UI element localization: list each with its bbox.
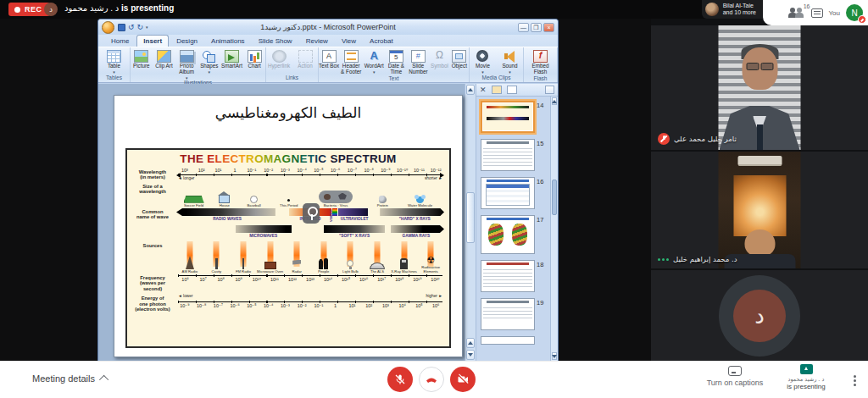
energy-tick: 10⁻⁹ [176, 303, 193, 308]
slides-tab-icon[interactable] [492, 86, 502, 94]
thumbnail-image[interactable] [481, 336, 535, 345]
thumbnail-slide-18[interactable]: 18 [481, 260, 548, 292]
chart-button[interactable]: Chart [243, 49, 265, 69]
size-water: Water Molecule [401, 196, 438, 208]
redo-icon[interactable]: ↻ [137, 24, 144, 31]
video-tile-2[interactable]: د. محمد إبراهيم خليل [651, 152, 868, 268]
movie-button[interactable]: Movie▾ [470, 49, 496, 74]
thumbnail-slide-17[interactable]: 17 [481, 215, 548, 254]
clip-art-button[interactable]: Clip Art [153, 49, 175, 69]
wavelength-tick: 10⁻⁴ [293, 168, 310, 173]
thumbnail-slide-20-partial[interactable] [481, 336, 548, 345]
tab-design[interactable]: Design [170, 36, 203, 47]
links-group-label[interactable]: Links [266, 75, 318, 82]
size-house: House [211, 195, 238, 208]
ribbon-group-illustrations: Picture Clip Art Photo Album▾ Shapes▾ Sm… [131, 47, 266, 82]
video-tile-1[interactable]: ثامر خليل محمد علي [651, 25, 868, 150]
tab-review[interactable]: Review [300, 36, 334, 47]
gamma-band [391, 225, 444, 233]
thumbnail-slide-14[interactable]: 14 [481, 101, 548, 133]
tab-acrobat[interactable]: Acrobat [364, 36, 399, 47]
participants-icon[interactable]: 16 [788, 7, 805, 19]
table-button[interactable]: Table▾ [100, 49, 128, 74]
qat-dropdown-icon[interactable]: ▾ [146, 25, 148, 29]
mute-mic-button[interactable] [387, 367, 413, 392]
hard-xray-label: "HARD" X RAYS [385, 217, 444, 221]
thumbnail-image[interactable] [481, 260, 535, 292]
thumbnail-image[interactable] [481, 215, 535, 254]
tab-insert[interactable]: Insert [136, 35, 169, 47]
camera-off-button[interactable] [450, 367, 476, 392]
media-clips-group-label[interactable]: Media Clips [470, 75, 523, 82]
presenting-status-chip[interactable]: د . رشيد محمود is presenting [776, 364, 837, 390]
thumbnail-slide-19[interactable]: 19 [481, 298, 548, 330]
tab-home[interactable]: Home [105, 36, 135, 47]
ultraviolet-band [338, 208, 368, 216]
embed-flash-button[interactable]: Embed Flash [526, 49, 554, 75]
participant-photo-avatar [705, 3, 719, 16]
save-icon[interactable] [118, 24, 125, 31]
flash-group-label[interactable]: Flash [524, 75, 557, 82]
tab-slide-show[interactable]: Slide Show [253, 36, 298, 47]
thumbnail-image[interactable] [481, 177, 535, 209]
pane-restore-icon[interactable] [545, 86, 554, 94]
ppt-title-bar[interactable]: ↺ ↻ ▾ دكتور رشيد1.pptx - Microsoft Power… [98, 19, 558, 35]
shapes-button[interactable]: Shapes▾ [198, 49, 220, 74]
thumbnails-header: ✕ [476, 84, 558, 97]
close-pane-icon[interactable]: ✕ [480, 86, 487, 94]
energy-tick: 10⁵ [411, 303, 428, 308]
thumbnail-image[interactable] [481, 101, 535, 133]
next-slide-button[interactable] [466, 350, 475, 360]
spectrum-title-letter: N [291, 152, 299, 165]
you-avatar-wrap[interactable]: N [846, 4, 863, 21]
text-group-label[interactable]: Text [319, 75, 469, 82]
source-radioactive: ☢Radioactive Elements [417, 241, 444, 274]
picture-button[interactable]: Picture [131, 49, 153, 69]
thumbnail-image[interactable] [481, 139, 535, 171]
hang-up-icon [425, 373, 438, 386]
meeting-details-button[interactable]: Meeting details [32, 373, 108, 384]
undo-icon[interactable]: ↺ [128, 24, 135, 31]
video-tile-3[interactable]: د [651, 270, 868, 361]
participants-pill[interactable]: Bilal Al-Taie and 10 more [702, 0, 763, 19]
tables-group-label[interactable]: Tables [98, 75, 130, 82]
object-button[interactable]: Object [450, 49, 469, 69]
thumbnail-slide-16[interactable]: 16 [481, 177, 548, 209]
baseball-icon [250, 196, 258, 203]
bright-window [733, 175, 786, 236]
thumbnails-scrollbar[interactable] [550, 97, 558, 361]
thumb-scrollbar-thumb[interactable] [552, 180, 557, 215]
participant-count-badge: 16 [804, 3, 810, 9]
date-time-button[interactable]: Date & Time [386, 49, 406, 75]
wordart-button[interactable]: WordArt▾ [363, 49, 385, 74]
previous-slide-button[interactable] [466, 338, 475, 348]
minimize-button[interactable]: — [518, 23, 529, 32]
thumbnail-image[interactable] [481, 298, 535, 330]
slide-canvas[interactable]: الطيف الكهرومغناطيسي THE ELECTROMAGNETIC… [114, 95, 463, 357]
thumb-scroll-up-icon[interactable] [552, 97, 557, 105]
hang-up-button[interactable] [419, 367, 444, 392]
slide-number-button[interactable]: Slide Number [407, 49, 429, 75]
tab-animations[interactable]: Animations [205, 36, 251, 47]
scrollbar-thumb[interactable] [466, 192, 475, 243]
outline-tab-icon[interactable] [507, 86, 517, 94]
slide-scrollbar[interactable] [465, 84, 476, 361]
smartart-button[interactable]: SmartArt [221, 49, 243, 69]
frequency-tick: 10⁷ [194, 277, 212, 282]
text-box-button[interactable]: Text Box [319, 49, 339, 69]
more-options-icon[interactable] [849, 373, 860, 388]
tab-view[interactable]: View [336, 36, 362, 47]
photo-album-button[interactable]: Photo Album▾ [175, 49, 198, 80]
energy-tick: 10² [360, 303, 377, 308]
chat-icon[interactable] [811, 8, 823, 18]
maximize-button[interactable]: ❒ [531, 23, 542, 32]
header-footer-button[interactable]: Header & Footer [340, 49, 362, 75]
thumbnail-slide-15[interactable]: 15 [481, 139, 548, 171]
close-button[interactable]: × [543, 23, 554, 32]
ribbon-group-media: Movie▾ Sound▾ Media Clips [470, 47, 524, 82]
office-button[interactable] [102, 21, 114, 34]
captions-button[interactable]: Turn on captions [697, 366, 773, 387]
thumb-scroll-down-icon[interactable] [552, 352, 557, 360]
sound-button[interactable]: Sound▾ [497, 49, 523, 74]
scroll-up-button[interactable] [466, 85, 475, 95]
